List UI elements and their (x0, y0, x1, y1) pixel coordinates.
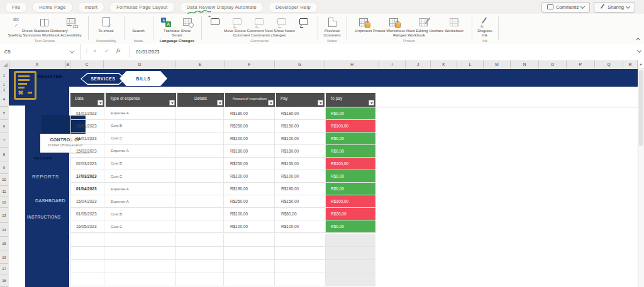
cell[interactable] (176, 120, 224, 132)
cell[interactable]: R$0,00 (326, 107, 375, 119)
cell[interactable]: R$150,00 (275, 120, 326, 132)
cell[interactable] (275, 273, 326, 286)
doc-check-icon[interactable] (101, 17, 111, 27)
cell[interactable] (70, 273, 104, 286)
row-header-11[interactable]: 11 (0, 186, 8, 197)
collapse-ribbon-icon[interactable] (636, 38, 640, 42)
vertical-scrollbar[interactable] (638, 60, 644, 287)
cell[interactable]: R$180,00 (224, 107, 275, 119)
row-header-10[interactable]: 10 (0, 174, 8, 186)
cell[interactable]: R$100,00 (224, 170, 275, 182)
cell[interactable] (176, 133, 224, 144)
cell[interactable] (176, 195, 224, 207)
dictionary-icon[interactable] (40, 17, 50, 27)
scrollbar-thumb[interactable] (639, 70, 643, 146)
cell[interactable] (326, 234, 375, 246)
filter-button[interactable] (217, 100, 223, 106)
cell[interactable] (70, 247, 104, 259)
sidebar-item-instructions[interactable]: INSTRUCTIONS (27, 215, 61, 219)
column-header-R[interactable]: R (623, 60, 638, 68)
table-header-details[interactable]: Details (177, 93, 224, 107)
tab-bills[interactable]: BILLS (119, 71, 167, 86)
row-header-2[interactable]: 2 (0, 82, 8, 87)
cell[interactable] (275, 260, 326, 273)
row-header-18[interactable]: 18 (0, 274, 8, 287)
cell[interactable] (326, 247, 375, 259)
cell[interactable]: 16/01/2023 (70, 120, 104, 132)
column-header-B[interactable]: B (66, 60, 70, 68)
cell[interactable] (224, 234, 275, 246)
cell[interactable]: R$180,00 (275, 145, 326, 157)
translate-icon[interactable] (161, 17, 171, 27)
row-header-14[interactable]: 14 (0, 223, 8, 237)
cell[interactable]: R$150,00 (275, 158, 326, 170)
ribbon-tab-home-page[interactable]: Home Page (32, 2, 72, 13)
cell[interactable]: R$80,00 (275, 208, 326, 220)
row-header-13[interactable]: 13 (0, 208, 8, 223)
table-header-to-pay[interactable]: To pay (326, 93, 375, 107)
table-header-amount-of-expenditure[interactable]: Amount of expenditure (225, 93, 275, 107)
bubble-plus-icon[interactable] (210, 17, 220, 27)
name-box-dropdown-icon[interactable] (70, 49, 74, 53)
column-header-N[interactable]: N (511, 60, 539, 68)
cell[interactable]: R$100,00 (326, 120, 375, 132)
cell[interactable]: Cost C (104, 133, 176, 144)
column-header-Q[interactable]: Q (595, 60, 623, 68)
table-header-type-of-expense[interactable]: Type of expense (106, 93, 176, 107)
row-header-15[interactable]: 15 (0, 237, 8, 251)
cell[interactable]: R$0,00 (326, 220, 375, 232)
formula-input[interactable]: 01/01/2023 (136, 44, 160, 60)
cell[interactable]: Expense A (104, 145, 176, 157)
ribbon-tab-file[interactable]: File (5, 2, 27, 13)
row-header-1[interactable]: 1 (0, 69, 8, 82)
cell[interactable] (275, 234, 326, 246)
cell[interactable]: R$0,00 (326, 170, 375, 182)
column-header-P[interactable]: P (567, 60, 595, 68)
cell[interactable] (70, 234, 104, 246)
cell[interactable] (176, 208, 224, 220)
row-header-7[interactable]: 7 (0, 133, 8, 148)
cell[interactable]: R$20,00 (326, 208, 375, 220)
name-box[interactable]: C5 (0, 44, 80, 60)
note-icon[interactable] (327, 17, 337, 27)
filter-button[interactable] (268, 100, 274, 106)
cell[interactable]: R$180,00 (275, 183, 326, 195)
table-header-data[interactable]: Data (70, 93, 104, 107)
filter-button[interactable] (97, 100, 103, 106)
cell[interactable]: Expense A (104, 107, 176, 119)
cell[interactable] (275, 247, 326, 259)
cell[interactable]: R$180,00 (275, 107, 326, 119)
cell[interactable] (176, 107, 224, 119)
cell[interactable]: R$100,00 (224, 133, 275, 144)
cell[interactable] (176, 145, 224, 157)
cell[interactable]: Cost C (104, 170, 176, 182)
cell[interactable] (176, 247, 224, 259)
column-header-G[interactable]: G (275, 60, 325, 68)
cell[interactable]: Cost C (104, 220, 176, 232)
grid-lock-icon[interactable] (389, 17, 399, 27)
cell[interactable] (176, 170, 224, 182)
cell[interactable] (104, 260, 176, 273)
workbook-stats-icon[interactable] (67, 17, 77, 27)
cell[interactable]: Cost B (104, 208, 176, 220)
cell[interactable]: Expense A (104, 195, 176, 207)
filter-button[interactable] (369, 100, 374, 106)
sidebar-item-dashboard[interactable]: DASHBOARD (35, 198, 65, 203)
cell[interactable] (70, 260, 104, 273)
cancel-icon[interactable]: × (93, 48, 96, 54)
expand-formula-bar-icon[interactable] (637, 48, 641, 53)
cell[interactable]: R$100,00 (326, 158, 375, 170)
ribbon-tab-insert[interactable]: Insert (78, 2, 105, 13)
bubble-icon[interactable] (254, 17, 264, 27)
column-header-J[interactable]: J (406, 60, 431, 68)
row-header-12[interactable]: 12 (0, 197, 8, 208)
row-header-16[interactable]: 16 (0, 251, 8, 264)
tab-services[interactable]: SERVICES (80, 73, 126, 85)
row-header-8[interactable]: 8 (0, 148, 8, 161)
cell[interactable]: R$180,00 (224, 183, 275, 195)
cell[interactable] (104, 273, 176, 286)
grid-pencil-icon[interactable] (419, 17, 429, 27)
cell[interactable]: R$100,00 (224, 208, 275, 220)
select-all-button[interactable] (0, 60, 9, 68)
cell[interactable]: R$180,00 (224, 145, 275, 157)
